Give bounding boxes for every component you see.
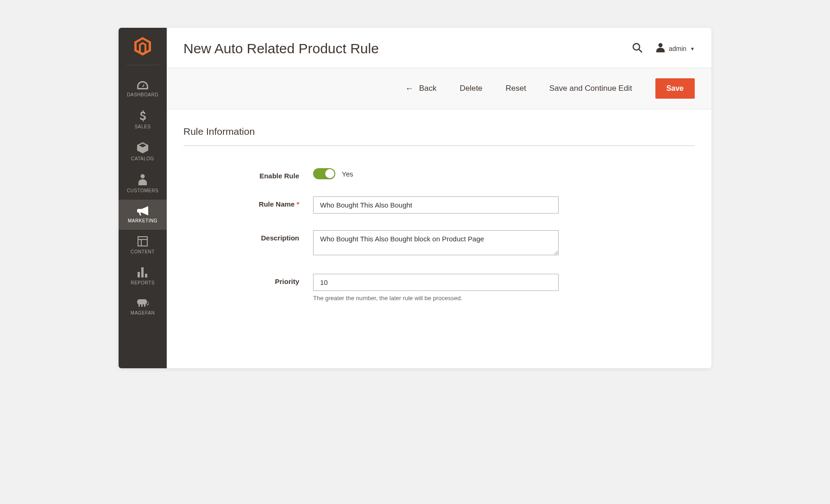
- sidebar-item-label: REPORTS: [131, 280, 155, 285]
- sidebar-item-catalog[interactable]: CATALOG: [119, 136, 167, 168]
- box-icon: [137, 142, 148, 153]
- form-row-description: Description: [183, 230, 695, 257]
- sidebar-item-label: MARKETING: [128, 218, 157, 223]
- priority-label: Priority: [183, 274, 313, 285]
- svg-rect-4: [141, 267, 144, 277]
- svg-rect-3: [138, 272, 140, 277]
- bar-chart-icon: [138, 267, 148, 277]
- user-menu[interactable]: admin ▼: [656, 43, 695, 54]
- svg-rect-0: [138, 237, 147, 246]
- elephant-icon: [137, 298, 149, 308]
- sidebar-item-customers[interactable]: CUSTOMERS: [119, 168, 167, 200]
- description-input[interactable]: [313, 230, 559, 255]
- form-row-rule-name: Rule Name*: [183, 196, 695, 214]
- svg-line-7: [639, 49, 642, 52]
- sidebar-item-label: SALES: [135, 124, 151, 129]
- header-actions: admin ▼: [632, 42, 695, 55]
- svg-point-6: [633, 44, 640, 50]
- description-label: Description: [183, 230, 313, 242]
- action-bar: ← Back Delete Reset Save and Continue Ed…: [167, 68, 711, 109]
- sidebar-item-label: MAGEFAN: [131, 310, 155, 315]
- rule-name-label: Rule Name*: [183, 196, 313, 208]
- back-label: Back: [419, 84, 437, 93]
- enable-rule-value: Yes: [342, 170, 353, 178]
- layout-icon: [138, 236, 148, 246]
- required-asterisk: *: [296, 200, 299, 208]
- search-icon[interactable]: [632, 42, 643, 55]
- main-content: New Auto Related Product Rule admin ▼ ← …: [167, 28, 711, 368]
- priority-input[interactable]: [313, 274, 559, 291]
- sidebar-item-label: CATALOG: [131, 156, 154, 161]
- sidebar-item-marketing[interactable]: MARKETING: [119, 200, 167, 230]
- sidebar-item-sales[interactable]: SALES: [119, 104, 167, 136]
- sidebar-item-magefan[interactable]: MAGEFAN: [119, 292, 167, 322]
- person-icon: [138, 174, 147, 185]
- header: New Auto Related Product Rule admin ▼: [167, 28, 711, 68]
- user-icon: [656, 43, 665, 54]
- save-button[interactable]: Save: [655, 78, 695, 99]
- megaphone-icon: [137, 206, 148, 215]
- enable-rule-toggle[interactable]: [313, 168, 335, 179]
- rule-name-input[interactable]: [313, 196, 559, 214]
- sidebar-item-reports[interactable]: REPORTS: [119, 261, 167, 292]
- app-container: DASHBOARD SALES CATALOG CUSTOMERS MARKET: [119, 28, 711, 368]
- dollar-icon: [139, 110, 146, 121]
- dashboard-icon: [137, 81, 148, 89]
- sidebar-item-label: CUSTOMERS: [127, 188, 158, 193]
- sidebar-item-content[interactable]: CONTENT: [119, 230, 167, 261]
- form-row-priority: Priority The greater the number, the lat…: [183, 274, 695, 302]
- magento-logo[interactable]: [126, 37, 159, 65]
- priority-hint: The greater the number, the later rule w…: [313, 295, 559, 302]
- save-continue-button[interactable]: Save and Continue Edit: [549, 84, 632, 93]
- user-label: admin: [669, 45, 686, 52]
- form-row-enable-rule: Enable Rule Yes: [183, 168, 695, 180]
- chevron-down-icon: ▼: [690, 46, 695, 51]
- back-button[interactable]: ← Back: [405, 84, 437, 94]
- sidebar-item-label: CONTENT: [131, 249, 155, 254]
- page-title: New Auto Related Product Rule: [183, 41, 632, 57]
- toggle-knob: [325, 169, 334, 178]
- section-title: Rule Information: [183, 126, 695, 146]
- arrow-left-icon: ←: [405, 84, 414, 94]
- delete-button[interactable]: Delete: [459, 84, 482, 93]
- form-content: Rule Information Enable Rule Yes Rule Na…: [167, 109, 711, 335]
- svg-rect-5: [145, 274, 147, 277]
- sidebar-item-label: DASHBOARD: [127, 92, 158, 97]
- enable-rule-label: Enable Rule: [183, 168, 313, 180]
- reset-button[interactable]: Reset: [506, 84, 526, 93]
- sidebar-item-dashboard[interactable]: DASHBOARD: [119, 75, 167, 104]
- sidebar: DASHBOARD SALES CATALOG CUSTOMERS MARKET: [119, 28, 167, 368]
